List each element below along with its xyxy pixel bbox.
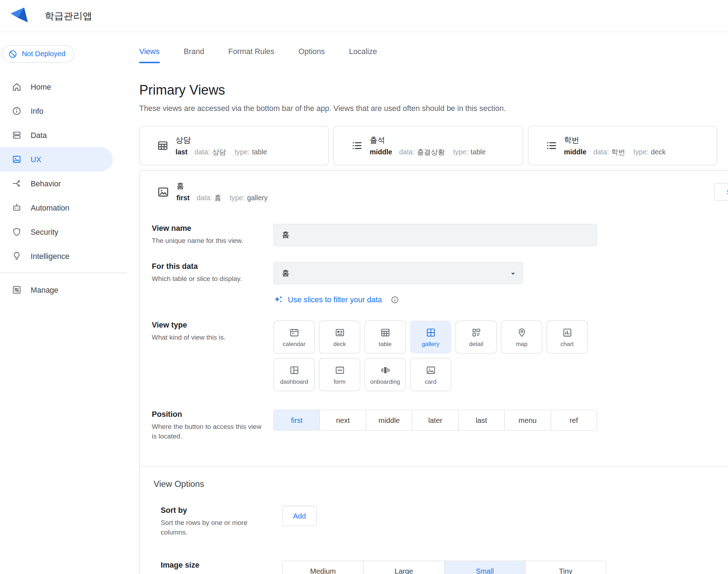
type-value: gallery [247, 194, 268, 202]
tab-brand[interactable]: Brand [184, 47, 204, 63]
sidebar-item-ux[interactable]: UX [0, 147, 113, 171]
info-icon[interactable] [390, 295, 399, 304]
view-card-name: 학번 [564, 135, 674, 145]
sidebar-item-data[interactable]: Data [0, 123, 139, 147]
view-type-calendar[interactable]: calendar [273, 320, 315, 354]
type-value: table [471, 148, 486, 155]
sidebar-item-home[interactable]: Home [0, 75, 139, 99]
position-ref[interactable]: ref [550, 410, 596, 430]
field-description: The unique name for this view. [152, 236, 262, 246]
for-this-data-select[interactable]: 홈 [273, 262, 523, 285]
image-size-medium[interactable]: Medium [283, 561, 363, 574]
type-value: table [252, 148, 267, 155]
view-type-form[interactable]: form [319, 358, 360, 391]
for-this-data-label-block: For this data Which table or slice to di… [152, 262, 273, 305]
sidebar-item-label: Intelligence [31, 251, 69, 260]
field-label: Sort by [161, 506, 271, 515]
view-type-map[interactable]: map [501, 320, 542, 354]
gallery-icon [425, 327, 436, 338]
field-description: Where the button to access this view is … [152, 422, 262, 441]
sidebar-item-security[interactable]: Security [0, 220, 139, 244]
view-type-detail[interactable]: detail [455, 320, 497, 354]
image-size-large[interactable]: Large [363, 561, 444, 574]
view-type-label-block: View type What kind of view this is. [152, 320, 273, 396]
sidebar-item-manage[interactable]: Manage [0, 278, 139, 302]
deck-icon [334, 327, 345, 338]
view-type-card[interactable]: card [410, 358, 451, 391]
view-type-chart[interactable]: chart [546, 320, 588, 354]
data-value: 상담 [212, 148, 226, 156]
app-header: 학급관리앱 [0, 0, 728, 32]
sidebar-item-info[interactable]: Info [0, 99, 139, 123]
sidebar-item-automation[interactable]: Automation [0, 196, 139, 220]
sidebar-item-label: Manage [31, 286, 58, 294]
detail-icon [471, 327, 482, 338]
view-type-onboarding[interactable]: onboarding [364, 358, 406, 391]
view-type-deck[interactable]: deck [319, 320, 360, 354]
tab-options[interactable]: Options [299, 47, 325, 63]
sidebar-item-label: Behavior [31, 179, 61, 188]
position-row: Position Where the button to access this… [140, 410, 728, 441]
sidebar: Not Deployed Home Info Data UX [0, 32, 139, 302]
view-type-label: table [379, 340, 391, 347]
view-type-dashboard[interactable]: dashboard [273, 358, 315, 391]
position-first[interactable]: first [274, 410, 320, 430]
view-type-label: onboarding [370, 378, 400, 385]
position-middle[interactable]: middle [366, 410, 412, 430]
view-type-label: card [425, 378, 437, 385]
view-card-meta: last data: 상담 type: table [176, 148, 275, 156]
sidebar-item-label: Home [31, 83, 51, 91]
view-card-chulseok[interactable]: 출석 middle data: 출결상황 type: table [333, 126, 523, 165]
image-size-row: Image size How big to show the images. M… [140, 561, 728, 574]
view-type-table[interactable]: table [364, 320, 406, 354]
home-icon [12, 82, 22, 92]
data-icon [12, 130, 22, 140]
data-value: 출결상황 [417, 148, 445, 156]
chevron-down-icon [508, 269, 518, 279]
sidebar-item-intelligence[interactable]: Intelligence [0, 244, 139, 268]
security-icon [12, 227, 22, 237]
onboarding-icon [380, 365, 391, 376]
position-later[interactable]: later [412, 410, 458, 430]
sidebar-item-behavior[interactable]: Behavior [0, 171, 139, 196]
field-description: How big to show the images. [161, 573, 271, 574]
data-label: data: [197, 194, 212, 202]
tab-views[interactable]: Views [139, 47, 160, 63]
use-slices-link[interactable]: Use slices to filter your data [288, 295, 382, 304]
show-button[interactable]: Show [714, 183, 728, 201]
view-type-label: form [334, 378, 346, 385]
field-description: What kind of view this is. [152, 333, 262, 342]
view-card-position: middle [370, 148, 392, 155]
view-card-hakbeon[interactable]: 학번 middle data: 학번 type: deck [528, 126, 717, 165]
selected-data-value: 홈 [282, 268, 290, 278]
app-title: 학급관리앱 [44, 9, 92, 22]
image-size-small[interactable]: Small [444, 561, 525, 574]
image-size-segmented-control: Medium Large Small Tiny [282, 561, 606, 574]
field-label: Position [152, 410, 262, 419]
tab-localize[interactable]: Localize [349, 47, 377, 63]
tab-format-rules[interactable]: Format Rules [228, 47, 274, 63]
type-label: type: [235, 148, 250, 155]
image-size-tiny[interactable]: Tiny [525, 561, 606, 574]
type-label: type: [633, 148, 648, 155]
data-label: data: [194, 148, 210, 155]
view-type-gallery[interactable]: gallery [410, 320, 451, 354]
view-name-input[interactable] [273, 224, 597, 246]
view-type-label: calendar [283, 340, 305, 347]
position-next[interactable]: next [320, 410, 366, 430]
expanded-view-header[interactable]: 홈 first data: 홈 type: gallery Show [140, 170, 728, 213]
view-type-label: chart [561, 340, 574, 347]
list-icon [351, 139, 363, 152]
view-options-divider [140, 466, 728, 467]
expanded-view-position: first [176, 194, 189, 202]
view-type-label: dashboard [280, 378, 308, 385]
slices-row: Use slices to filter your data [273, 294, 523, 305]
add-sort-button[interactable]: Add [282, 506, 317, 526]
position-menu[interactable]: menu [504, 410, 551, 430]
deploy-status-badge[interactable]: Not Deployed [2, 45, 74, 63]
sparkle-icon [273, 294, 284, 305]
position-last[interactable]: last [458, 410, 504, 430]
view-type-grid: calendar deck table [273, 320, 598, 396]
list-icon [545, 139, 557, 152]
view-card-sangdam[interactable]: 상담 last data: 상담 type: table [139, 126, 329, 165]
